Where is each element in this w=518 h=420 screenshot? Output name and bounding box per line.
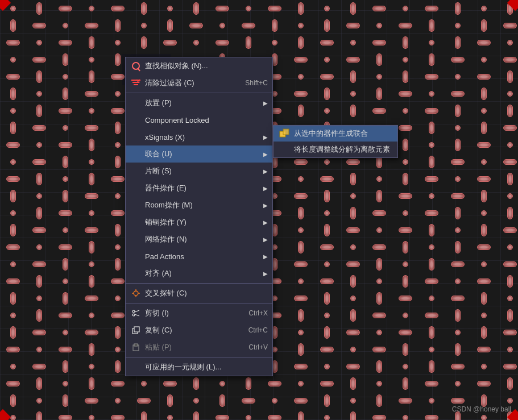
xsignals-label: xSignals (X) <box>145 133 255 142</box>
pad-actions-label: Pad Actions <box>145 252 255 261</box>
decompose-icon <box>279 144 289 155</box>
room-ops-arrow: ▶ <box>263 202 268 209</box>
paste-icon <box>130 342 142 353</box>
find-similar-label: 查找相似对象 (N)... <box>145 61 268 71</box>
net-ops-label: 网络操作 (N) <box>145 234 255 244</box>
component-ops-arrow: ▶ <box>263 185 268 192</box>
svg-point-13 <box>132 310 135 313</box>
svg-rect-22 <box>283 129 289 135</box>
menu-item-fragment[interactable]: 片断 (S) ▶ <box>126 163 272 180</box>
copper-ops-icon <box>130 217 142 228</box>
menu-item-cross-probe[interactable]: 交叉探针 (C) <box>126 285 272 302</box>
menu-item-copy[interactable]: 复制 (C) Ctrl+C <box>126 322 272 339</box>
menu-item-place[interactable]: 放置 (P) ▶ <box>126 94 272 111</box>
svg-point-8 <box>134 291 138 296</box>
align-icon <box>130 268 142 279</box>
submenu-item-create-union[interactable]: 从选中的器件生成联合 <box>273 126 397 142</box>
menu-item-component-ops[interactable]: 器件操作 (E) ▶ <box>126 180 272 197</box>
crosshair-icon <box>130 288 142 299</box>
union-arrow: ▶ <box>263 151 268 157</box>
xsignals-icon <box>130 131 142 143</box>
union-icon <box>130 148 142 160</box>
menu-item-pad-actions[interactable]: Pad Actions ▶ <box>126 248 272 265</box>
watermark: CSDN @honey ball <box>452 405 511 413</box>
place-label: 放置 (P) <box>145 98 255 108</box>
pad-actions-icon <box>130 251 142 262</box>
component-locked-icon <box>130 114 142 126</box>
paste-shortcut: Ctrl+V <box>248 343 268 351</box>
fragment-icon <box>130 165 142 177</box>
context-menu-overlay: 查找相似对象 (N)... ✕ 清除过滤器 (C) Shift+C 放置 (P)… <box>125 57 273 376</box>
submenu-item-decompose[interactable]: 将长度调整线分解为离散元素 <box>273 142 397 157</box>
filter-icon: ✕ <box>130 77 142 89</box>
watermark-text: CSDN @honey ball <box>452 405 511 413</box>
cut-shortcut: Ctrl+X <box>248 309 268 317</box>
paste-label: 粘贴 (P) <box>145 342 234 352</box>
menu-item-component-locked[interactable]: Component Locked <box>126 111 272 128</box>
menu-item-applicable-rule[interactable]: 可应用的一元规则 (L)... <box>126 359 272 376</box>
divider-2 <box>126 283 272 284</box>
divider-4 <box>126 357 272 357</box>
align-arrow: ▶ <box>263 271 268 277</box>
net-ops-arrow: ▶ <box>263 236 268 243</box>
fragment-arrow: ▶ <box>263 168 268 174</box>
context-menu: 查找相似对象 (N)... ✕ 清除过滤器 (C) Shift+C 放置 (P)… <box>125 57 273 376</box>
component-locked-label: Component Locked <box>145 116 268 124</box>
svg-point-14 <box>132 314 135 316</box>
copper-ops-arrow: ▶ <box>263 219 268 226</box>
decompose-label: 将长度调整线分解为离散元素 <box>294 144 390 155</box>
clear-filter-label: 清除过滤器 (C) <box>145 78 230 88</box>
svg-line-16 <box>135 314 139 316</box>
cross-probe-label: 交叉探针 (C) <box>145 288 268 298</box>
place-icon <box>130 97 142 109</box>
menu-item-copper-ops[interactable]: 铺铜操作 (Y) ▶ <box>126 214 272 231</box>
rule-icon <box>130 361 142 373</box>
copy-icon <box>130 325 142 336</box>
clear-filter-shortcut: Shift+C <box>245 79 268 87</box>
copper-ops-label: 铺铜操作 (Y) <box>145 217 255 227</box>
create-union-label: 从选中的器件生成联合 <box>294 128 368 139</box>
svg-rect-20 <box>134 344 138 346</box>
menu-item-align[interactable]: 对齐 (A) ▶ <box>126 265 272 282</box>
submenu-union: 从选中的器件生成联合 将长度调整线分解为离散元素 <box>273 125 398 158</box>
cut-label: 剪切 (I) <box>145 308 234 318</box>
room-ops-label: Room操作 (M) <box>145 200 255 210</box>
svg-rect-18 <box>134 327 139 332</box>
room-ops-icon <box>130 199 142 211</box>
svg-line-15 <box>135 310 139 312</box>
copy-shortcut: Ctrl+C <box>248 326 268 334</box>
menu-item-clear-filter[interactable]: ✕ 清除过滤器 (C) Shift+C <box>126 74 272 92</box>
component-ops-icon <box>130 182 142 194</box>
align-label: 对齐 (A) <box>145 268 255 278</box>
divider-1 <box>126 93 272 93</box>
menu-item-net-ops[interactable]: 网络操作 (N) ▶ <box>126 231 272 248</box>
menu-item-union[interactable]: 联合 (U) ▶ <box>126 145 272 163</box>
scissors-icon <box>130 307 142 319</box>
net-ops-icon <box>130 234 142 245</box>
union-label: 联合 (U) <box>145 149 255 159</box>
search-icon <box>130 60 142 72</box>
applicable-rule-label: 可应用的一元规则 (L)... <box>145 362 268 372</box>
fragment-label: 片断 (S) <box>145 166 255 176</box>
xsignals-arrow: ▶ <box>263 134 268 140</box>
menu-item-paste[interactable]: 粘贴 (P) Ctrl+V <box>126 339 272 356</box>
menu-item-cut[interactable]: 剪切 (I) Ctrl+X <box>126 305 272 322</box>
pad-actions-arrow: ▶ <box>263 253 268 260</box>
divider-3 <box>126 303 272 303</box>
menu-item-xsignals[interactable]: xSignals (X) ▶ <box>126 128 272 145</box>
copy-label: 复制 (C) <box>145 325 234 335</box>
place-arrow: ▶ <box>263 100 268 106</box>
component-ops-label: 器件操作 (E) <box>145 183 255 193</box>
menu-item-find-similar[interactable]: 查找相似对象 (N)... <box>126 57 272 74</box>
menu-item-room-ops[interactable]: Room操作 (M) ▶ <box>126 197 272 214</box>
union-create-icon <box>279 128 289 139</box>
